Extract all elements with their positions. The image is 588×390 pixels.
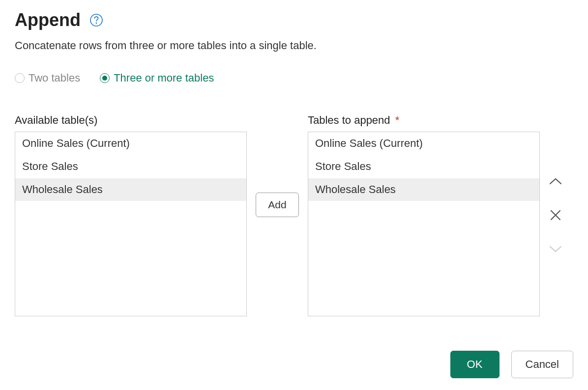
list-item[interactable]: Wholesale Sales [308,178,539,201]
lists-row: Available table(s) Online Sales (Current… [15,114,573,316]
dialog-subtitle: Concatenate rows from three or more tabl… [15,39,573,52]
mode-radio-group: Two tables Three or more tables [15,72,573,84]
radio-two-tables-label: Two tables [29,72,80,84]
to-append-label-text: Tables to append [308,114,390,126]
append-dialog: Append Concatenate rows from three or mo… [0,0,588,390]
move-down-button[interactable] [547,240,564,257]
cancel-button[interactable]: Cancel [511,351,573,378]
required-asterisk: * [395,114,400,126]
radio-circle-icon [100,73,110,83]
available-listbox[interactable]: Online Sales (Current)Store SalesWholesa… [15,132,247,316]
reorder-column [540,114,571,257]
radio-three-or-more[interactable]: Three or more tables [100,72,214,84]
radio-circle-icon [15,73,25,83]
dialog-footer: OK Cancel [450,351,573,378]
radio-dot-icon [102,76,107,81]
list-item[interactable]: Online Sales (Current) [308,132,539,155]
radio-three-or-more-label: Three or more tables [114,72,214,84]
svg-point-1 [96,23,97,24]
list-item[interactable]: Store Sales [15,155,246,178]
help-icon[interactable] [89,13,103,27]
radio-two-tables[interactable]: Two tables [15,72,80,84]
available-label: Available table(s) [15,114,247,127]
available-column: Available table(s) Online Sales (Current… [15,114,247,316]
list-item[interactable]: Wholesale Sales [15,178,246,201]
to-append-listbox[interactable]: Online Sales (Current)Store SalesWholesa… [308,132,540,316]
ok-button[interactable]: OK [450,351,500,378]
to-append-label: Tables to append * [308,114,540,127]
dialog-title: Append [15,10,81,30]
to-append-column: Tables to append * Online Sales (Current… [308,114,540,316]
move-up-button[interactable] [547,173,564,191]
dialog-header: Append [15,10,573,30]
remove-button[interactable] [547,206,564,224]
list-item[interactable]: Store Sales [308,155,539,178]
list-item[interactable]: Online Sales (Current) [15,132,246,155]
middle-column: Add [247,114,308,217]
add-button[interactable]: Add [256,193,298,217]
